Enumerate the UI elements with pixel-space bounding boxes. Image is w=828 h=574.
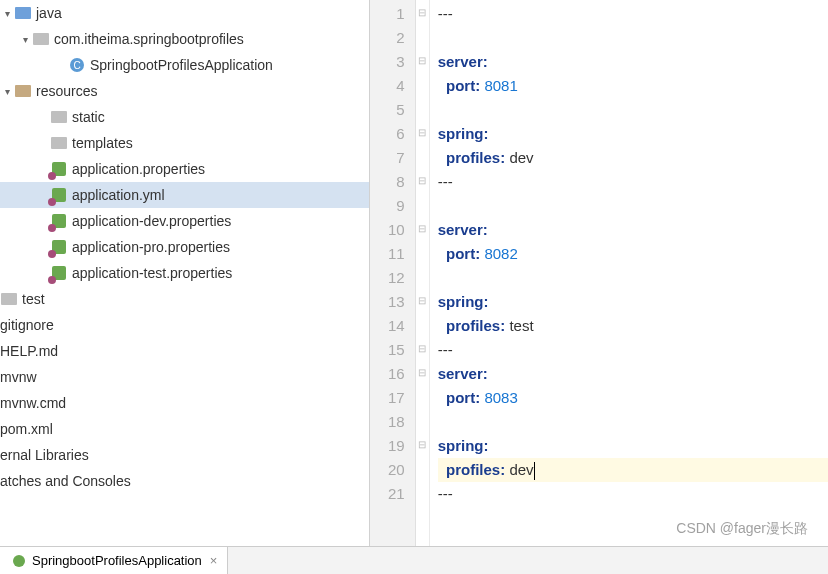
tree-item-mvnwcmd[interactable]: mvnw.cmd <box>0 390 369 416</box>
tree-item-external-libraries[interactable]: ernal Libraries <box>0 442 369 468</box>
tree-label: atches and Consoles <box>0 473 131 489</box>
tree-label: application.properties <box>72 161 205 177</box>
svg-rect-0 <box>15 7 31 19</box>
tree-label: resources <box>36 83 97 99</box>
tree-item-scratches[interactable]: atches and Consoles <box>0 468 369 494</box>
tree-label: application.yml <box>72 187 165 203</box>
class-icon: C <box>68 56 86 74</box>
folder-icon <box>50 134 68 152</box>
tree-label: java <box>36 5 62 21</box>
tree-label: static <box>72 109 105 125</box>
editor-tab-bar: SpringbootProfilesApplication × <box>0 546 828 574</box>
tree-label: pom.xml <box>0 421 53 437</box>
code-area[interactable]: --- server: port: 8081 spring: profiles:… <box>430 0 828 546</box>
tree-label: ernal Libraries <box>0 447 89 463</box>
svg-rect-1 <box>33 33 49 45</box>
tab-label: SpringbootProfilesApplication <box>32 553 202 568</box>
chevron-down-icon: ▾ <box>0 86 14 97</box>
tree-item-pom[interactable]: pom.xml <box>0 416 369 442</box>
svg-rect-6 <box>51 137 67 149</box>
package-icon <box>32 30 50 48</box>
tree-label: test <box>22 291 45 307</box>
tree-item-package[interactable]: ▾ com.itheima.springbootprofiles <box>0 26 369 52</box>
folder-icon <box>14 4 32 22</box>
tree-label: com.itheima.springbootprofiles <box>54 31 244 47</box>
fold-column: ⊟⊟ ⊟⊟⊟ ⊟⊟ ⊟⊟ <box>416 0 430 546</box>
line-gutter: 12345 678910 1112131415 1617181920 21 <box>370 0 416 546</box>
tree-label: SpringbootProfilesApplication <box>90 57 273 73</box>
chevron-down-icon: ▾ <box>18 34 32 45</box>
spring-icon <box>10 552 28 570</box>
tree-item-app-pro[interactable]: application-pro.properties <box>0 234 369 260</box>
config-icon <box>50 238 68 256</box>
tree-label: templates <box>72 135 133 151</box>
caret <box>534 462 535 480</box>
tree-item-test[interactable]: test <box>0 286 369 312</box>
folder-icon <box>14 82 32 100</box>
svg-rect-7 <box>1 293 17 305</box>
tree-label: mvnw <box>0 369 37 385</box>
tree-item-app-test[interactable]: application-test.properties <box>0 260 369 286</box>
code-editor[interactable]: 12345 678910 1112131415 1617181920 21 ⊟⊟… <box>370 0 828 546</box>
svg-rect-5 <box>51 111 67 123</box>
chevron-down-icon: ▾ <box>0 8 14 19</box>
config-icon <box>50 186 68 204</box>
tree-item-static[interactable]: static <box>0 104 369 130</box>
folder-icon <box>50 108 68 126</box>
close-icon[interactable]: × <box>210 553 218 568</box>
tree-label: application-test.properties <box>72 265 232 281</box>
tree-label: mvnw.cmd <box>0 395 66 411</box>
config-icon <box>50 264 68 282</box>
editor-tab[interactable]: SpringbootProfilesApplication × <box>0 547 228 574</box>
tree-label: application-dev.properties <box>72 213 231 229</box>
folder-icon <box>0 290 18 308</box>
tree-item-app-dev[interactable]: application-dev.properties <box>0 208 369 234</box>
tree-item-app-yml[interactable]: application.yml <box>0 182 369 208</box>
tree-label: application-pro.properties <box>72 239 230 255</box>
tree-label: gitignore <box>0 317 54 333</box>
svg-text:C: C <box>73 60 80 71</box>
tree-item-help[interactable]: HELP.md <box>0 338 369 364</box>
config-icon <box>50 160 68 178</box>
tree-item-templates[interactable]: templates <box>0 130 369 156</box>
config-icon <box>50 212 68 230</box>
tree-label: HELP.md <box>0 343 58 359</box>
tree-item-mvnw[interactable]: mvnw <box>0 364 369 390</box>
svg-rect-4 <box>15 85 31 97</box>
tree-item-gitignore[interactable]: gitignore <box>0 312 369 338</box>
project-tree[interactable]: ▾ java ▾ com.itheima.springbootprofiles … <box>0 0 370 546</box>
tree-item-app-class[interactable]: C SpringbootProfilesApplication <box>0 52 369 78</box>
svg-point-8 <box>13 555 25 567</box>
tree-item-java[interactable]: ▾ java <box>0 0 369 26</box>
tree-item-app-properties[interactable]: application.properties <box>0 156 369 182</box>
tree-item-resources[interactable]: ▾ resources <box>0 78 369 104</box>
